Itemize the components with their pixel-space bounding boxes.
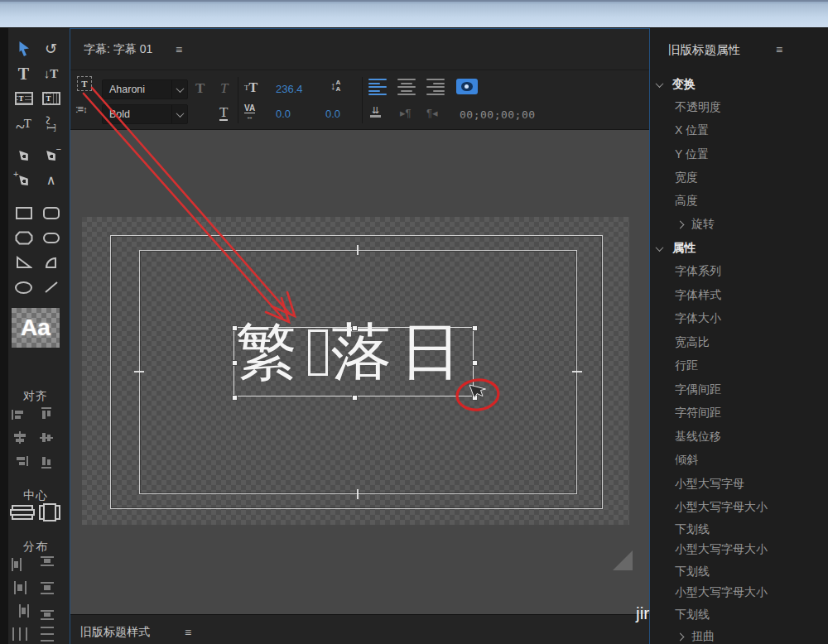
selection-arrow-icon (17, 41, 31, 57)
tool-delete-anchor-point[interactable]: − (37, 143, 65, 168)
align-top-button[interactable] (39, 407, 66, 430)
tool-rectangle[interactable] (10, 200, 37, 225)
selection-handle[interactable] (352, 395, 358, 401)
twirl-down-icon[interactable] (656, 79, 664, 88)
faux-bold-button[interactable]: T (195, 80, 205, 97)
tool-vertical-path-type[interactable]: ~T (37, 111, 65, 136)
property-label: 小型大写字母大小 (675, 585, 768, 600)
align-bottom-button[interactable] (39, 454, 66, 477)
underline-button[interactable]: T (219, 105, 228, 121)
align-text-center-button[interactable] (397, 79, 416, 95)
leading-icon[interactable]: ↕AA (330, 79, 340, 92)
selection-bounding-box[interactable] (233, 327, 474, 396)
kerning-icon: VA↔ (244, 103, 255, 120)
distribute-top-button[interactable] (39, 556, 66, 579)
property-properties[interactable]: 属性 (657, 239, 696, 257)
selection-handle[interactable] (232, 395, 238, 401)
distribute-right-button[interactable] (12, 603, 39, 626)
property-rotation[interactable]: 旋转 (677, 215, 715, 233)
distribute-even-horizontal-button[interactable] (12, 626, 39, 644)
property-font-family: 字体系列 (675, 262, 721, 281)
align-left-button[interactable] (12, 407, 39, 430)
panel-menu-icon[interactable]: ≡ (176, 43, 182, 56)
tool-type[interactable]: T (10, 61, 37, 86)
property-font-style: 字体样式 (675, 286, 721, 305)
properties-panel-menu-icon[interactable]: ≡ (776, 43, 782, 56)
tool-add-anchor-point[interactable]: + (10, 168, 37, 193)
tool-round-rectangle[interactable] (37, 225, 65, 250)
align-center-vertical-button[interactable] (39, 430, 66, 454)
paragraph-ltr-icon[interactable]: ▸¶ (400, 107, 412, 119)
chevron-down-icon[interactable] (171, 105, 187, 123)
selection-handle[interactable] (472, 325, 478, 331)
styles-panel-menu-icon[interactable]: ≡ (185, 626, 191, 639)
styles-panel-title: 旧版标题样式 (80, 625, 150, 640)
font-size-value[interactable]: 236.4 (276, 83, 303, 95)
center-horizontal-button[interactable] (12, 505, 39, 528)
tool-selection[interactable] (10, 36, 37, 61)
font-browser-icon[interactable]: T (77, 76, 92, 91)
tool-clipped-corner-rectangle[interactable] (10, 225, 37, 250)
tool-vertical-type[interactable]: ↓T (37, 61, 65, 86)
panel-corner-grip[interactable] (613, 550, 633, 570)
distribute-center-horizontal-button[interactable] (12, 579, 39, 603)
align-center-horizontal-button[interactable] (12, 430, 39, 454)
align-text-right-button[interactable] (426, 79, 445, 95)
selection-handle[interactable] (472, 395, 478, 401)
distribute-bottom-button[interactable] (39, 603, 66, 626)
font-family-select[interactable]: Aharoni (102, 79, 188, 99)
tool-pen[interactable] (10, 143, 37, 168)
tool-wedge[interactable] (10, 250, 37, 275)
tool-grid: ↺T↓TTT~T~T−+∧ (10, 36, 68, 300)
twirl-down-icon[interactable] (656, 243, 664, 252)
align-right-button[interactable] (12, 454, 39, 477)
paragraph-rtl-icon[interactable]: ¶◂ (426, 107, 438, 119)
faux-italic-button[interactable]: T (220, 80, 228, 97)
property-distort[interactable]: 扭曲 (677, 627, 715, 644)
tool-arc[interactable] (37, 250, 65, 275)
kerning-value[interactable]: 0.0 (276, 108, 291, 120)
tool-path-type[interactable]: ~T (10, 111, 37, 136)
leading-options-icon[interactable]: :≡↕ (75, 103, 87, 115)
tool-line[interactable] (37, 275, 65, 300)
property-underline-2: 下划线 (675, 563, 710, 581)
property-small-caps-size: 小型大写字母大小 (675, 498, 768, 517)
align-text-left-button[interactable] (368, 79, 387, 95)
tool-rotation[interactable]: ↺ (37, 36, 65, 61)
twirl-right-icon[interactable] (676, 632, 685, 641)
center-vertical-button[interactable] (39, 505, 66, 528)
center-tick (357, 245, 359, 255)
selection-handle[interactable] (232, 360, 238, 366)
font-family-value: Aharoni (109, 84, 145, 95)
distribute-center-vertical-button[interactable] (39, 579, 66, 603)
tool-convert-anchor-point[interactable]: ∧ (37, 168, 65, 193)
distribute-even-vertical-button[interactable] (39, 626, 66, 644)
style-preview-swatch[interactable]: Aa (12, 308, 60, 348)
align-section-label: 对齐 (8, 389, 63, 404)
property-transform[interactable]: 变换 (657, 75, 696, 94)
tab-stops-button[interactable]: ⇊ (370, 105, 381, 118)
align-buttons (12, 407, 66, 477)
property-label: 倾斜 (675, 453, 698, 468)
twirl-right-icon[interactable] (676, 220, 685, 228)
property-label: 行距 (675, 358, 698, 373)
font-style-select[interactable]: Bold (102, 104, 188, 124)
distribute-left-button[interactable] (12, 556, 39, 579)
property-label: 宽高比 (675, 335, 710, 350)
selection-handle[interactable] (352, 325, 358, 331)
property-label: 字体样式 (675, 288, 721, 303)
property-label: X 位置 (675, 123, 709, 138)
property-opacity: 不透明度 (675, 99, 721, 117)
tool-vertical-area-type[interactable]: T (37, 86, 65, 111)
tool-ellipse[interactable] (10, 275, 37, 300)
selection-handle[interactable] (232, 325, 238, 331)
tool-rounded-corner-rectangle[interactable] (37, 200, 65, 225)
chevron-down-icon[interactable] (171, 80, 187, 99)
tracking-value[interactable]: 0.0 (325, 108, 340, 120)
selection-handle[interactable] (472, 360, 478, 366)
show-background-video-icon[interactable] (456, 79, 478, 94)
tool-area-type[interactable]: T (10, 86, 37, 111)
property-font-size: 字体大小 (675, 310, 721, 328)
property-x-position: X 位置 (675, 122, 709, 140)
property-label: 字符间距 (675, 406, 721, 421)
